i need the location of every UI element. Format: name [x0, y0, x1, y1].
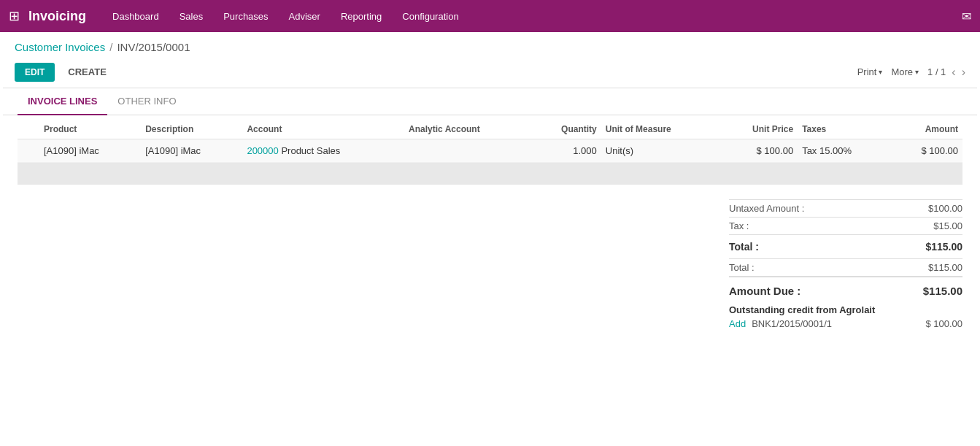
cell-checkbox [18, 139, 39, 163]
totals-section: Untaxed Amount : $100.00 Tax : $15.00 To… [3, 199, 977, 301]
breadcrumb-current: INV/2015/0001 [117, 41, 190, 53]
page-navigation: 1 / 1 ‹ › [927, 66, 965, 79]
total-main-label: Total : [729, 241, 771, 253]
untaxed-amount-row: Untaxed Amount : $100.00 [729, 199, 962, 218]
more-caret: ▾ [915, 68, 919, 76]
amount-due-value: $115.00 [904, 285, 962, 297]
nav-reporting[interactable]: Reporting [332, 7, 390, 26]
print-caret: ▾ [879, 68, 882, 76]
invoice-table: Product Description Account Analytic Acc… [18, 118, 962, 163]
col-account: Account [242, 118, 404, 139]
total-secondary-row: Total : $115.00 [729, 259, 962, 277]
tab-other-info[interactable]: OTHER INFO [107, 88, 186, 115]
print-label: Print [857, 66, 877, 77]
prev-page-button[interactable]: ‹ [952, 66, 955, 79]
total-secondary-label: Total : [729, 262, 766, 273]
cell-taxes: Tax 15.00% [798, 139, 890, 163]
outstanding-amount: $ 100.00 [925, 318, 962, 329]
tax-label: Tax : [729, 220, 760, 231]
col-unit-price: Unit Price [719, 118, 798, 139]
cell-amount: $ 100.00 [890, 139, 962, 163]
breadcrumb-parent[interactable]: Customer Invoices [15, 41, 105, 53]
cell-analytic-account [404, 139, 531, 163]
footer-bar [18, 163, 962, 185]
outstanding-ref: BNK1/2015/0001/1 [752, 318, 832, 329]
outstanding-credit-box: Outstanding credit from Agrolait Add BNK… [729, 304, 962, 329]
outstanding-credit-row: Add BNK1/2015/0001/1 $ 100.00 [729, 318, 962, 329]
top-navigation: ⊞ Invoicing Dashboard Sales Purchases Ad… [0, 0, 980, 32]
breadcrumb-separator: / [109, 41, 112, 53]
nav-purchases[interactable]: Purchases [215, 7, 277, 26]
total-main-row: Total : $115.00 [729, 235, 962, 259]
create-button[interactable]: CREATE [61, 62, 113, 82]
more-dropdown[interactable]: More ▾ [891, 66, 919, 77]
nav-menu: Dashboard Sales Purchases Adviser Report… [104, 7, 468, 26]
edit-button[interactable]: EDIT [15, 63, 55, 82]
more-label: More [891, 66, 913, 77]
cell-quantity: 1.000 [531, 139, 601, 163]
col-analytic-account: Analytic Account [404, 118, 531, 139]
tab-invoice-lines[interactable]: INVOICE LINES [18, 88, 107, 115]
breadcrumb: Customer Invoices / INV/2015/0001 [0, 32, 980, 59]
col-product: Product [39, 118, 141, 139]
cell-product: [A1090] iMac [39, 139, 141, 163]
total-main-value: $115.00 [904, 241, 962, 253]
page-info: 1 / 1 [927, 66, 946, 77]
tax-row: Tax : $15.00 [729, 218, 962, 235]
col-amount: Amount [890, 118, 962, 139]
invoice-lines-panel: Product Description Account Analytic Acc… [3, 118, 977, 163]
outstanding-add-button[interactable]: Add [729, 318, 746, 329]
cell-description: [A1090] iMac [141, 139, 242, 163]
col-checkbox [18, 118, 39, 139]
amount-due-row: Amount Due : $115.00 [729, 277, 962, 301]
nav-dashboard[interactable]: Dashboard [104, 7, 168, 26]
grid-icon[interactable]: ⊞ [9, 8, 20, 24]
next-page-button[interactable]: › [962, 66, 965, 79]
untaxed-amount-value: $100.00 [904, 203, 962, 214]
col-description: Description [141, 118, 242, 139]
amount-due-label: Amount Due : [729, 285, 812, 297]
content-area: INVOICE LINES OTHER INFO Product Descrip… [3, 88, 977, 329]
untaxed-amount-label: Untaxed Amount : [729, 203, 816, 214]
col-quantity: Quantity [531, 118, 601, 139]
cell-account[interactable]: 200000 Product Sales [242, 139, 404, 163]
nav-right-icon: ✉ [962, 9, 971, 23]
col-taxes: Taxes [798, 118, 890, 139]
nav-adviser[interactable]: Adviser [280, 7, 329, 26]
nav-configuration[interactable]: Configuration [393, 7, 467, 26]
cell-unit-of-measure: Unit(s) [601, 139, 719, 163]
outstanding-credit-title: Outstanding credit from Agrolait [729, 304, 962, 315]
nav-sales[interactable]: Sales [171, 7, 212, 26]
totals-table: Untaxed Amount : $100.00 Tax : $15.00 To… [729, 199, 962, 301]
cell-unit-price: $ 100.00 [719, 139, 798, 163]
print-dropdown[interactable]: Print ▾ [857, 66, 883, 77]
table-row[interactable]: [A1090] iMac [A1090] iMac 200000 Product… [18, 139, 962, 163]
toolbar-right: Print ▾ More ▾ 1 / 1 ‹ › [857, 66, 965, 79]
toolbar: EDIT CREATE Print ▾ More ▾ 1 / 1 ‹ › [0, 59, 980, 88]
tax-value: $15.00 [904, 220, 962, 231]
col-unit-of-measure: Unit of Measure [601, 118, 719, 139]
tab-bar: INVOICE LINES OTHER INFO [3, 88, 977, 115]
outstanding-credit-section: Outstanding credit from Agrolait Add BNK… [3, 301, 977, 329]
app-brand: Invoicing [28, 9, 86, 24]
total-secondary-value: $115.00 [904, 262, 962, 273]
